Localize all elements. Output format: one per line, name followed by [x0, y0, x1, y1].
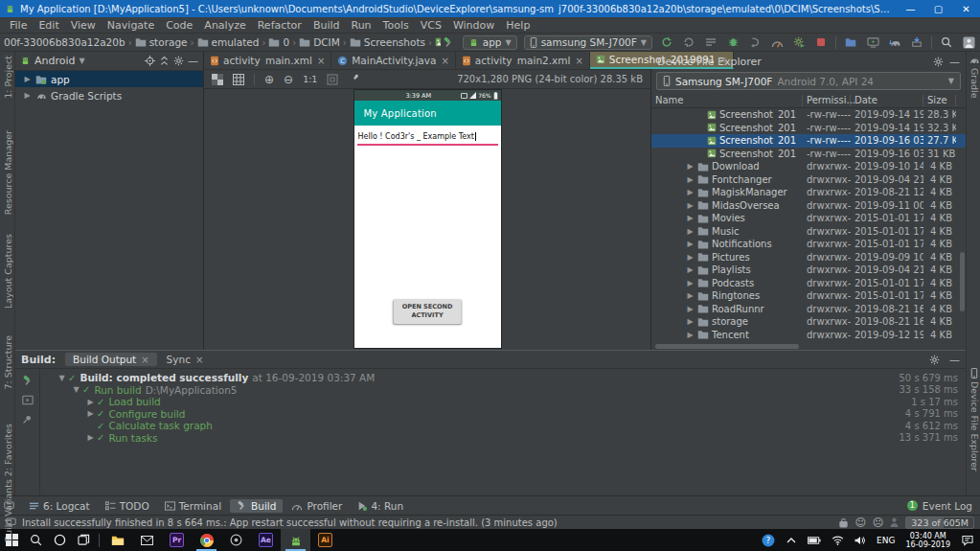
run-button[interactable] [659, 36, 674, 48]
collapse-all-icon[interactable] [159, 56, 170, 66]
taskbar-app-illustrator[interactable]: Ai [310, 529, 340, 551]
taskbar-app-android-studio[interactable] [281, 529, 310, 551]
fit-zoom-icon[interactable] [327, 74, 338, 85]
sdk-manager-icon[interactable] [909, 36, 924, 48]
close-icon[interactable]: × [316, 56, 325, 66]
run-steps-icon[interactable] [703, 37, 718, 47]
sidebar-tab-gradle[interactable]: Gradle [967, 56, 980, 99]
event-log-area[interactable]: 1 Event Log [907, 500, 976, 512]
memory-indicator[interactable]: 323 of 605M [905, 517, 974, 529]
breadcrumb-item[interactable]: emulated [197, 36, 260, 48]
column-header-date[interactable]: Date [851, 95, 923, 106]
file-tree-row[interactable]: ▶Downloaddrwxrwx--x2019-09-10 14:114 KB [651, 160, 966, 173]
color-picker-icon[interactable] [348, 74, 359, 85]
build-tree-row[interactable]: ▶✓Configure build4 s 791 ms [40, 408, 966, 421]
sidebar-tab-7-structure[interactable]: 7: Structure [0, 335, 15, 389]
horizontal-scrollbar[interactable] [655, 344, 799, 349]
file-tree-row[interactable]: ▶RoadRunnrdrwxrwx--x2019-08-21 16:114 KB [651, 303, 966, 316]
menu-file[interactable]: File [4, 19, 33, 32]
breadcrumb-item[interactable]: DCIM [299, 36, 340, 48]
expand-arrow-icon[interactable]: ▶ [686, 331, 695, 339]
tool-window-tab-profiler[interactable]: Profiler [285, 499, 349, 513]
apply-changes-button[interactable] [791, 36, 807, 48]
hide-panel-icon[interactable]: — [949, 355, 960, 365]
build-hammer-icon[interactable] [441, 36, 456, 48]
sidebar-tab-layout-captures[interactable]: Layout Captures [0, 234, 15, 309]
column-header-permissi-[interactable]: Permissi... [803, 95, 851, 106]
file-tree-row[interactable]: ▶Fontchangerdrwxrwx--x2019-09-04 21:034 … [651, 173, 966, 187]
happy-face-icon[interactable]: ☺ [855, 517, 865, 529]
vertical-scrollbar[interactable] [960, 252, 965, 311]
expand-arrow-icon[interactable]: ▶ [686, 201, 695, 210]
project-view-selector[interactable]: Android [34, 55, 76, 67]
breadcrumb-item[interactable]: 00f-33006b830a12a20b [4, 36, 125, 48]
expand-arrow-icon[interactable]: ▶ [686, 291, 695, 300]
editor-tab-mainactivity-java[interactable]: CMainActivity.java× [331, 52, 456, 69]
pin-icon[interactable] [22, 414, 33, 425]
taskbar-search-button[interactable] [24, 529, 48, 551]
expand-arrow-icon[interactable]: ▶ [686, 279, 695, 287]
file-tree-row[interactable]: Screenshot_201-rw-rw----2019-09-14 19:41… [651, 122, 966, 135]
debug-button[interactable] [725, 36, 741, 48]
settings-gear-icon[interactable] [929, 355, 940, 365]
file-tree-row[interactable]: ▶Playlistsdrwxrwx--x2019-09-04 21:044 KB [651, 264, 966, 277]
grid-icon[interactable] [233, 74, 244, 85]
inspector-icon[interactable] [890, 517, 899, 527]
expand-arrow-icon[interactable]: ▶ [686, 162, 695, 171]
menu-navigate[interactable]: Navigate [102, 19, 160, 32]
close-icon[interactable]: × [195, 355, 203, 365]
expand-arrow-icon[interactable]: ▶ [686, 214, 695, 222]
sidebar-tab-resource-manager[interactable]: Resource Manager [0, 130, 15, 215]
target-device-select[interactable]: samsung SM-J700F ▼ [524, 35, 652, 50]
expand-arrow-icon[interactable]: ▼ [57, 374, 66, 382]
battery-icon[interactable] [805, 537, 824, 544]
help-icon[interactable]: ? [759, 534, 778, 547]
avd-manager-icon[interactable] [865, 37, 880, 48]
expand-arrow-icon[interactable]: ▶ [686, 240, 695, 248]
gradle-sync-icon[interactable] [887, 37, 902, 48]
sidebar-tab-2-favorites[interactable]: 2: Favorites [0, 424, 15, 476]
expand-arrow-icon[interactable]: ▶ [686, 175, 695, 184]
sad-face-icon[interactable]: ☹ [873, 517, 883, 529]
breadcrumb-item[interactable]: storage [135, 36, 188, 48]
device-select[interactable]: Samsung SM-J700F Android 7.0, API 24 ▼ [656, 72, 961, 90]
menu-vcs[interactable]: VCS [415, 19, 447, 32]
build-tree-row[interactable]: ▶✓Load build1 s 17 ms [40, 396, 966, 408]
user-avatar-icon[interactable] [961, 36, 976, 49]
close-icon[interactable]: × [574, 56, 582, 66]
menu-run[interactable]: Run [346, 19, 377, 32]
expand-arrow-icon[interactable]: ▶ [23, 75, 32, 83]
taskbar-app-after-effects[interactable]: Ae [251, 529, 281, 551]
build-tree-row[interactable]: ▼✓Run buildD:\MyApplication533 s 158 ms [40, 384, 966, 397]
search-everywhere-icon[interactable] [939, 36, 954, 48]
locate-file-icon[interactable] [145, 56, 155, 66]
build-tree-row[interactable]: ▼✓Build: completed successfullyat 16-09-… [40, 372, 966, 384]
tool-window-tab-4-run[interactable]: 4: Run [351, 499, 410, 513]
hide-panel-icon[interactable]: — [949, 57, 960, 67]
attach-debugger-button[interactable] [747, 36, 763, 48]
settings-gear-icon[interactable] [173, 56, 184, 66]
file-tree-row[interactable]: ▶Ringtonesdrwxrwx--x2015-01-01 17:384 KB [651, 289, 966, 303]
action-center-icon[interactable] [958, 535, 977, 546]
expand-arrow-icon[interactable]: ▶ [23, 91, 32, 100]
minimize-button[interactable]: — [897, 0, 924, 17]
menu-refactor[interactable]: Refactor [252, 19, 308, 32]
zoom-in-icon[interactable]: ⊕ [264, 74, 274, 85]
close-button[interactable]: ✕ [952, 0, 980, 17]
device-manager-folder-icon[interactable] [843, 37, 858, 47]
settings-gear-icon[interactable] [933, 57, 944, 67]
file-tree-row[interactable]: ▶storagedrwxrwx--x2019-08-21 16:164 KB [651, 315, 966, 329]
rerun-button[interactable] [681, 36, 696, 48]
cortana-button[interactable] [48, 529, 72, 551]
taskbar-app-recorder[interactable] [221, 529, 251, 551]
sidebar-tab-1-project[interactable]: 1: Project [0, 56, 15, 99]
menu-edit[interactable]: Edit [33, 19, 64, 32]
file-tree-row[interactable]: ▶Podcastsdrwxrwx--x2015-01-01 17:384 KB [651, 277, 966, 290]
build-tree-row[interactable]: ▶✓Run tasks13 s 371 ms [40, 432, 966, 445]
zoom-out-icon[interactable]: ⊖ [284, 74, 293, 85]
language-indicator[interactable]: ENG [874, 536, 898, 545]
project-tree-item-app[interactable]: ▶app [15, 71, 203, 87]
file-tree-row[interactable]: ▶MidasOverseadrwxrwx--x2019-09-11 00:394… [651, 199, 966, 213]
expand-arrow-icon[interactable]: ▶ [86, 398, 95, 406]
file-tree-row[interactable]: ▶Picturesdrwxrwx--x2019-09-09 10:294 KB [651, 251, 966, 264]
